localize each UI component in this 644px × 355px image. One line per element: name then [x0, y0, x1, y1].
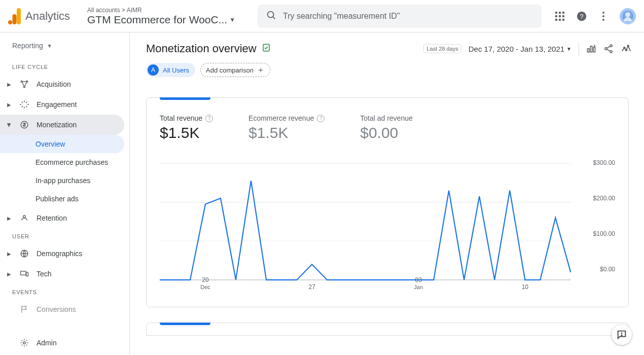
sidebar-item-tech[interactable]: ▶ Tech	[0, 264, 124, 284]
customize-report-icon[interactable]	[586, 44, 596, 54]
svg-point-36	[626, 49, 627, 51]
svg-point-37	[627, 45, 629, 47]
svg-rect-8	[555, 15, 557, 17]
comparison-chips: A All Users Add comparison ＋	[130, 60, 644, 85]
svg-point-18	[602, 19, 604, 21]
section-label-user: USER	[0, 228, 129, 243]
active-tab-indicator	[160, 97, 210, 100]
search-box[interactable]	[258, 5, 542, 28]
caret-down-icon: ▼	[566, 46, 571, 52]
expand-icon: ▶	[6, 251, 12, 257]
expand-icon: ▶	[6, 271, 12, 277]
svg-point-2	[8, 20, 12, 24]
devices-icon	[19, 269, 29, 278]
nav-label: Admin	[37, 339, 57, 347]
expand-icon: ▶	[6, 102, 12, 108]
nav-label: Conversions	[37, 305, 76, 313]
svg-point-3	[268, 11, 274, 17]
svg-rect-30	[590, 46, 592, 52]
add-comparison-button[interactable]: Add comparison ＋	[200, 63, 270, 77]
sidebar-item-monetization[interactable]: ▶ Monetization	[0, 115, 124, 135]
svg-rect-12	[559, 19, 561, 21]
sidebar-item-retention[interactable]: ▶ Retention	[0, 208, 124, 228]
y-axis-tick: $200.00	[593, 195, 615, 202]
feedback-button[interactable]	[612, 325, 632, 345]
line-chart-svg	[160, 158, 615, 302]
sidebar-subitem-publisher-ads[interactable]: Publisher ads	[0, 190, 124, 208]
apps-icon[interactable]	[555, 11, 565, 21]
svg-rect-0	[17, 8, 21, 24]
help-icon[interactable]: ?	[317, 115, 325, 122]
reporting-selector[interactable]: Reporting ▼	[0, 40, 129, 59]
share-icon[interactable]	[603, 44, 614, 54]
x-axis-tick: 20Dec	[200, 276, 210, 291]
nav-label: Acquisition	[37, 80, 71, 88]
page-title: Monetization overview	[146, 42, 257, 55]
sidebar-item-admin[interactable]: Admin	[0, 333, 124, 353]
x-axis-tick: 10	[522, 283, 528, 291]
insights-icon[interactable]	[621, 43, 632, 54]
x-axis-tick: 27	[308, 283, 315, 291]
search-input[interactable]	[283, 12, 533, 21]
metric-total-revenue[interactable]: Total revenue? $1.5K	[160, 114, 213, 141]
nav-label: Tech	[37, 270, 52, 278]
svg-rect-11	[555, 19, 557, 21]
next-card-peek	[146, 323, 629, 336]
sidebar-item-engagement[interactable]: ▶ Engagement	[0, 94, 124, 115]
nav-label: Engagement	[37, 100, 77, 109]
flag-icon	[19, 305, 29, 314]
sidebar: Reporting ▼ LIFE CYCLE ▶ Acquisition ▶ E…	[0, 32, 130, 355]
expand-icon: ▶	[7, 122, 12, 128]
svg-rect-31	[593, 48, 595, 52]
caret-down-icon: ▼	[229, 16, 235, 23]
svg-rect-13	[562, 19, 564, 21]
sidebar-item-acquisition[interactable]: ▶ Acquisition	[0, 74, 124, 94]
saved-report-icon[interactable]	[262, 43, 271, 54]
breadcrumb: All accounts > AIMR	[87, 7, 249, 14]
sidebar-subitem-in-app-purchases[interactable]: In-app purchases	[0, 171, 124, 190]
y-axis-tick: $0.00	[600, 266, 615, 273]
sidebar-subitem-ecommerce-purchases[interactable]: Ecommerce purchases	[0, 153, 124, 171]
date-range-picker[interactable]: Dec 17, 2020 - Jan 13, 2021 ▼	[469, 45, 571, 53]
sidebar-item-demographics[interactable]: ▶ Demographics	[0, 243, 124, 264]
metric-tabs: Total revenue? $1.5K Ecommerce revenue? …	[160, 98, 615, 141]
expand-icon: ▶	[6, 82, 12, 87]
product-name: Analytics	[25, 10, 70, 23]
product-logo[interactable]: Analytics	[8, 8, 79, 24]
date-range-badge: Last 28 days	[423, 44, 461, 53]
metric-ad-revenue[interactable]: Total ad revenue $0.00	[360, 114, 413, 141]
svg-rect-7	[562, 12, 564, 14]
section-label-events: EVENTS	[0, 284, 129, 299]
help-icon[interactable]: ?	[205, 115, 213, 122]
help-icon[interactable]: ?	[576, 11, 587, 22]
more-vert-icon[interactable]	[598, 11, 609, 21]
sidebar-subitem-overview[interactable]: Overview	[0, 135, 124, 153]
section-label-lifecycle: LIFE CYCLE	[0, 59, 129, 74]
page-header: Monetization overview Last 28 days Dec 1…	[130, 32, 644, 60]
engagement-icon	[19, 100, 29, 109]
svg-point-44	[621, 335, 622, 336]
account-avatar[interactable]	[620, 8, 636, 24]
chip-all-users[interactable]: A All Users	[146, 63, 195, 77]
svg-point-23	[23, 216, 26, 218]
plus-icon: ＋	[257, 65, 265, 76]
svg-rect-25	[21, 271, 26, 275]
svg-rect-26	[26, 272, 28, 276]
metric-ecommerce-revenue[interactable]: Ecommerce revenue? $1.5K	[248, 114, 325, 141]
monetization-icon	[19, 120, 29, 129]
header-actions: ?	[555, 8, 636, 24]
svg-line-4	[273, 16, 275, 18]
revenue-card: Total revenue? $1.5K Ecommerce revenue? …	[146, 97, 629, 307]
caret-down-icon: ▼	[47, 43, 52, 49]
svg-rect-10	[562, 15, 564, 17]
acquisition-icon	[19, 80, 29, 89]
sidebar-item-conversions[interactable]: Conversions	[0, 299, 124, 320]
nav-label: Monetization	[37, 121, 77, 129]
svg-point-17	[602, 15, 604, 17]
expand-icon: ▶	[6, 216, 12, 221]
property-name: GTM Ecommerce for WooC...	[87, 14, 227, 26]
property-selector[interactable]: All accounts > AIMR GTM Ecommerce for Wo…	[87, 7, 249, 26]
search-icon	[266, 10, 277, 23]
chip-badge: A	[148, 64, 159, 76]
svg-point-19	[21, 81, 22, 82]
